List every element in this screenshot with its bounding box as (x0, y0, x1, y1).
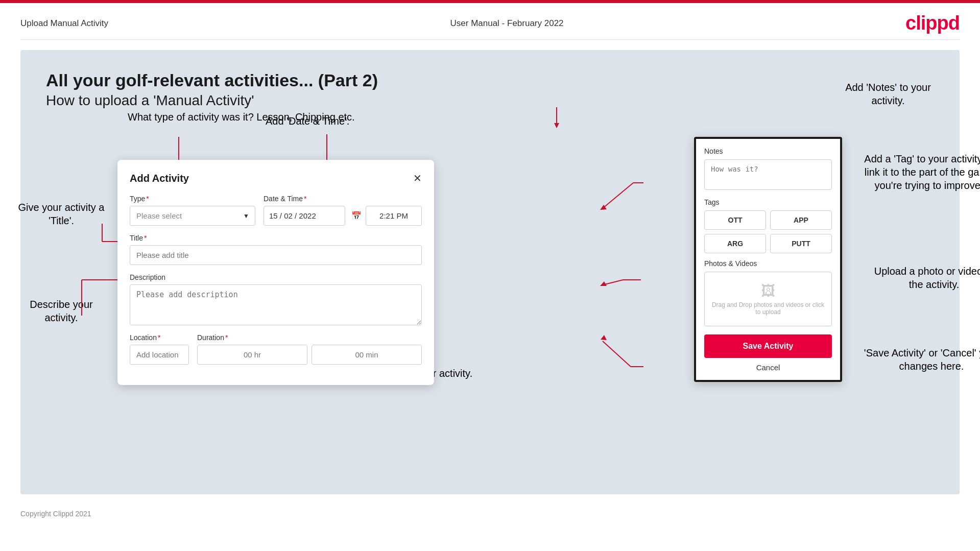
calendar-icon: 📅 (351, 211, 362, 221)
save-activity-button[interactable]: Save Activity (704, 334, 832, 358)
upload-icon: 🖼 (710, 282, 826, 299)
cancel-link[interactable]: Cancel (704, 363, 832, 372)
right-panel: Notes Tags OTT APP ARG PUTT Photos & Vid… (694, 137, 842, 382)
svg-marker-15 (554, 123, 559, 128)
modal-close-button[interactable]: ✕ (413, 172, 422, 184)
location-group: Location* (130, 333, 189, 365)
svg-line-17 (603, 183, 633, 208)
svg-marker-24 (601, 335, 607, 340)
time-input[interactable] (366, 206, 422, 226)
duration-inputs (197, 345, 422, 365)
title-group: Title* (130, 234, 422, 265)
svg-marker-18 (600, 205, 607, 210)
notes-label: Notes (704, 147, 832, 155)
modal-header: Add Activity ✕ (130, 172, 422, 184)
minutes-input[interactable] (312, 345, 422, 365)
header-center-title: User Manual - February 2022 (450, 18, 564, 29)
type-select[interactable]: Please select (130, 206, 255, 226)
tag-ott[interactable]: OTT (704, 210, 766, 230)
svg-marker-21 (600, 281, 607, 286)
date-input[interactable] (264, 206, 345, 226)
header-divider (20, 39, 960, 40)
footer: Copyright Clippd 2021 (0, 505, 980, 523)
tag-arg[interactable]: ARG (704, 234, 766, 253)
annotation-datetime: Add 'Date & Time'. (266, 115, 349, 127)
tag-app[interactable]: APP (770, 210, 832, 230)
type-select-wrapper: Please select (130, 206, 255, 226)
type-group: Type* Please select (130, 195, 255, 226)
notes-textarea[interactable] (704, 159, 832, 190)
title-label: Title* (130, 234, 422, 242)
datetime-label: Date & Time* (264, 195, 422, 203)
description-group: Description (130, 273, 422, 325)
location-label: Location* (130, 333, 189, 342)
tag-putt[interactable]: PUTT (770, 234, 832, 253)
type-datetime-row: Type* Please select Date & Time* 📅 (130, 195, 422, 226)
phone-content: Notes Tags OTT APP ARG PUTT Photos & Vid… (696, 139, 840, 380)
svg-line-20 (603, 280, 623, 285)
hours-input[interactable] (197, 345, 307, 365)
type-label: Type* (130, 195, 255, 203)
annotation-title: Give your activity a 'Title'. (15, 201, 107, 227)
annotation-description: Describe your activity. (15, 298, 107, 324)
date-time-inputs: 📅 (264, 206, 422, 226)
annotation-tags: Add a 'Tag' to your activity to link it … (857, 152, 980, 192)
location-duration-row: Location* Duration* (130, 333, 422, 365)
upload-text: Drag and Drop photos and videos or click… (710, 301, 826, 316)
tags-label: Tags (704, 198, 832, 206)
photos-upload-area[interactable]: 🖼 Drag and Drop photos and videos or cli… (704, 272, 832, 326)
page-subtitle: How to upload a 'Manual Activity' (46, 92, 934, 109)
photos-label: Photos & Videos (704, 259, 832, 268)
annotation-upload: Upload a photo or video to the activity. (868, 265, 980, 291)
title-input[interactable] (130, 245, 422, 265)
duration-label: Duration* (197, 333, 422, 342)
photos-section: Photos & Videos 🖼 Drag and Drop photos a… (704, 259, 832, 326)
duration-group: Duration* (197, 333, 422, 365)
description-label: Description (130, 273, 422, 281)
location-input[interactable] (130, 345, 189, 365)
datetime-group: Date & Time* 📅 (264, 195, 422, 226)
copyright-text: Copyright Clippd 2021 (20, 510, 91, 518)
annotation-notes: Add 'Notes' to your activity. (832, 81, 944, 107)
tags-grid: OTT APP ARG PUTT (704, 210, 832, 253)
add-activity-modal: Add Activity ✕ Type* Please select Date … (117, 160, 434, 385)
header: Upload Manual Activity User Manual - Feb… (0, 3, 980, 39)
svg-line-23 (603, 341, 631, 367)
description-textarea[interactable] (130, 284, 422, 325)
page-title: All your golf-relevant activities... (Pa… (46, 70, 934, 90)
main-content: All your golf-relevant activities... (Pa… (20, 50, 960, 494)
tags-section: Tags OTT APP ARG PUTT (704, 198, 832, 253)
header-logo: clippd (905, 12, 960, 34)
annotation-save: 'Save Activity' or 'Cancel' your changes… (857, 346, 980, 373)
header-left-title: Upload Manual Activity (20, 18, 108, 29)
modal-title: Add Activity (130, 173, 189, 184)
